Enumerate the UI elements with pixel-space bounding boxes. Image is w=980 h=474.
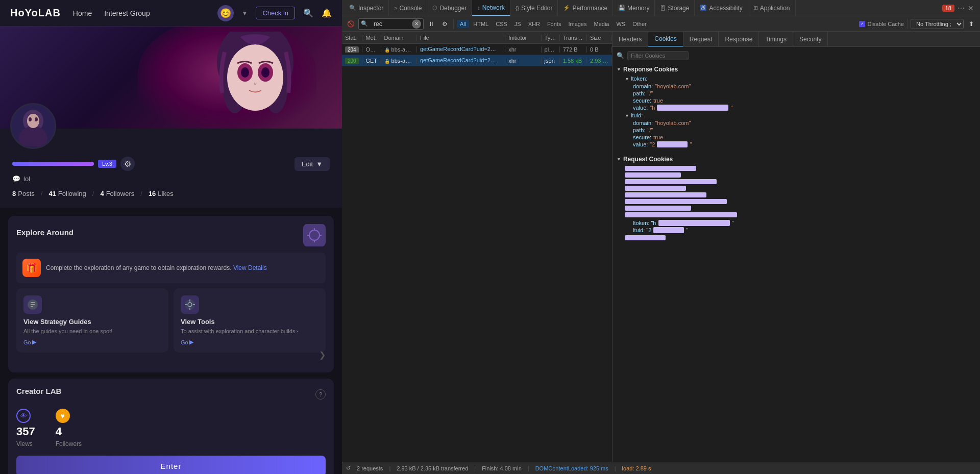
accessibility-icon: ♿ bbox=[700, 5, 707, 11]
ltuid-domain: domain: "hoyolab.com" bbox=[617, 119, 976, 127]
devtools-more-icon[interactable]: ⋯ bbox=[958, 4, 965, 12]
nav-interest-group[interactable]: Interest Group bbox=[104, 7, 150, 19]
import-button[interactable]: ⬆ bbox=[966, 18, 977, 30]
request-cookies-header[interactable]: ▼ Request Cookies bbox=[617, 154, 976, 164]
tab-debugger[interactable]: ⬡ Debugger bbox=[427, 0, 472, 16]
notification-icon[interactable]: 🔔 bbox=[322, 8, 332, 18]
creator-lab-header: Creator LAB ? bbox=[16, 387, 326, 402]
tab-console[interactable]: ≥ Console bbox=[389, 0, 427, 16]
nav-links: Home Interest Group bbox=[73, 7, 150, 19]
strategy-guides-desc: All the guides you need in one spot! bbox=[23, 328, 161, 335]
requests-count: 2 requests bbox=[357, 465, 383, 471]
error-count-badge[interactable]: 18 bbox=[942, 5, 954, 12]
filter-ws[interactable]: WS bbox=[613, 20, 628, 28]
filter-xhr[interactable]: XHR bbox=[525, 20, 543, 28]
top-nav: HoYoLAB Home Interest Group 😊 ▼ Check in… bbox=[0, 0, 342, 27]
network-filter-input[interactable] bbox=[370, 18, 410, 30]
request-row-2[interactable]: 200 GET 🔒 bbs-api-... getGameRecordCard?… bbox=[342, 55, 612, 66]
request-cookies-section: ▼ Request Cookies ltoken: "h bbox=[617, 154, 976, 240]
checkin-button[interactable]: Check in bbox=[256, 7, 295, 19]
filter-fonts[interactable]: Fonts bbox=[544, 20, 565, 28]
strategy-guides-go[interactable]: Go ▶ bbox=[23, 339, 161, 345]
view-details-link[interactable]: View Details bbox=[233, 264, 267, 271]
cookies-filter-input[interactable] bbox=[627, 51, 689, 60]
detail-tab-security[interactable]: Security bbox=[793, 32, 828, 47]
filter-images[interactable]: Images bbox=[565, 20, 590, 28]
stats-row: 8 Posts / 41 Following / 4 Followers / 1… bbox=[12, 190, 330, 197]
clear-filter-button[interactable]: ✕ bbox=[412, 19, 421, 29]
header-file: File bbox=[417, 35, 505, 41]
pause-button[interactable]: ⏸ bbox=[426, 18, 437, 30]
filter-js[interactable]: JS bbox=[511, 20, 524, 28]
nav-right: 😊 ▼ Check in 🔍 🔔 bbox=[217, 5, 332, 21]
file-1: getGameRecordCard?uid=2 bbox=[417, 46, 505, 53]
disable-cache-label[interactable]: Disable Cache bbox=[867, 21, 904, 27]
detail-tab-timings[interactable]: Timings bbox=[759, 32, 793, 47]
transferred-2: 1.58 kB bbox=[560, 58, 587, 64]
tab-inspector[interactable]: 🔍 Inspector bbox=[344, 0, 389, 16]
svg-point-7 bbox=[261, 67, 270, 78]
devtools-close-icon[interactable]: ✕ bbox=[968, 4, 974, 12]
explore-next-arrow[interactable]: ❯ bbox=[319, 350, 326, 360]
detail-tab-cookies[interactable]: Cookies bbox=[648, 32, 683, 47]
reload-icon[interactable]: ↺ bbox=[346, 465, 351, 471]
tab-network[interactable]: ↕ Network bbox=[472, 0, 510, 16]
nav-avatar[interactable]: 😊 bbox=[217, 5, 234, 21]
throttle-selector[interactable]: No Throttling ; bbox=[911, 19, 964, 29]
tab-style-editor[interactable]: {} Style Editor bbox=[510, 0, 558, 16]
req-ltoken: ltoken: "h " bbox=[617, 219, 976, 227]
network-empty-area bbox=[342, 66, 612, 462]
explore-header: Explore Around bbox=[16, 224, 326, 246]
network-icon: ↕ bbox=[477, 5, 480, 11]
network-table-header: Stat. Met. Domain File Initiator Type Tr… bbox=[342, 32, 612, 44]
tab-application[interactable]: ⊞ Application bbox=[748, 0, 796, 16]
tab-performance[interactable]: ⚡ Performance bbox=[558, 0, 613, 16]
views-count: 357 bbox=[16, 425, 35, 438]
logo: HoYoLAB bbox=[10, 7, 61, 19]
detail-tab-request[interactable]: Request bbox=[683, 32, 719, 47]
disable-cache-checkbox[interactable]: ✓ bbox=[859, 21, 865, 27]
character-illustration bbox=[209, 32, 301, 123]
profile-avatar bbox=[10, 103, 56, 149]
filter-all[interactable]: All bbox=[457, 20, 469, 28]
clear-requests-button[interactable]: 🚫 bbox=[345, 18, 356, 30]
filter-media[interactable]: Media bbox=[591, 20, 612, 28]
size-1: 0 B bbox=[587, 46, 612, 53]
settings-button[interactable]: ⚙ bbox=[439, 18, 450, 30]
filter-cookies-icon: 🔍 bbox=[617, 52, 624, 59]
creator-lab-info-icon[interactable]: ? bbox=[315, 389, 326, 400]
level-badge: Lv.3 bbox=[98, 160, 116, 168]
view-tools-go[interactable]: Go ▶ bbox=[181, 339, 318, 345]
detail-tab-response[interactable]: Response bbox=[719, 32, 759, 47]
detail-tab-headers[interactable]: Headers bbox=[612, 32, 648, 47]
memory-icon: 💾 bbox=[618, 5, 625, 11]
tab-accessibility[interactable]: ♿ Accessibility bbox=[695, 0, 748, 16]
enter-button[interactable]: Enter bbox=[16, 456, 326, 474]
edit-button[interactable]: Edit ▼ bbox=[295, 157, 330, 171]
request-row-1[interactable]: 204 OP... 🔒 bbs-api-... getGameRecordCar… bbox=[342, 44, 612, 55]
profile-circle-icon[interactable]: ⚙ bbox=[120, 157, 135, 171]
content-grid: Explore Around 🎁 Complete the exploratio… bbox=[0, 208, 342, 474]
response-cookies-header[interactable]: ▼ Response Cookies bbox=[617, 64, 976, 74]
tab-memory[interactable]: 💾 Memory bbox=[613, 0, 655, 16]
filter-css[interactable]: CSS bbox=[493, 20, 510, 28]
detail-panel: Headers Cookies Request Response Timings… bbox=[612, 32, 980, 462]
cookie-ltoken: ▼ ltoken: bbox=[617, 74, 976, 83]
filter-html[interactable]: HTML bbox=[470, 20, 492, 28]
finish-time: Finish: 4.08 min bbox=[482, 465, 522, 471]
header-status: Stat. bbox=[342, 35, 362, 41]
disable-cache-control: ✓ Disable Cache bbox=[859, 21, 904, 27]
strategy-guides-tile[interactable]: View Strategy Guides All the guides you … bbox=[16, 288, 168, 353]
views-label: Views bbox=[16, 440, 35, 447]
view-tools-tile[interactable]: View Tools To assist with exploration an… bbox=[174, 288, 326, 353]
filter-other[interactable]: Other bbox=[629, 20, 650, 28]
tab-storage[interactable]: 🗄 Storage bbox=[655, 0, 695, 16]
domcontentloaded-time: DOMContentLoaded: 925 ms bbox=[535, 465, 608, 471]
nav-home[interactable]: Home bbox=[73, 7, 92, 19]
explore-title: Explore Around bbox=[16, 228, 74, 237]
req-cookie-bar-1 bbox=[625, 166, 696, 171]
explore-image bbox=[303, 224, 326, 246]
search-icon[interactable]: 🔍 bbox=[303, 8, 313, 18]
size-2: 2.93 kB bbox=[587, 58, 612, 64]
creator-stats: 👁 357 Views ♥ 4 Followers bbox=[16, 409, 326, 447]
